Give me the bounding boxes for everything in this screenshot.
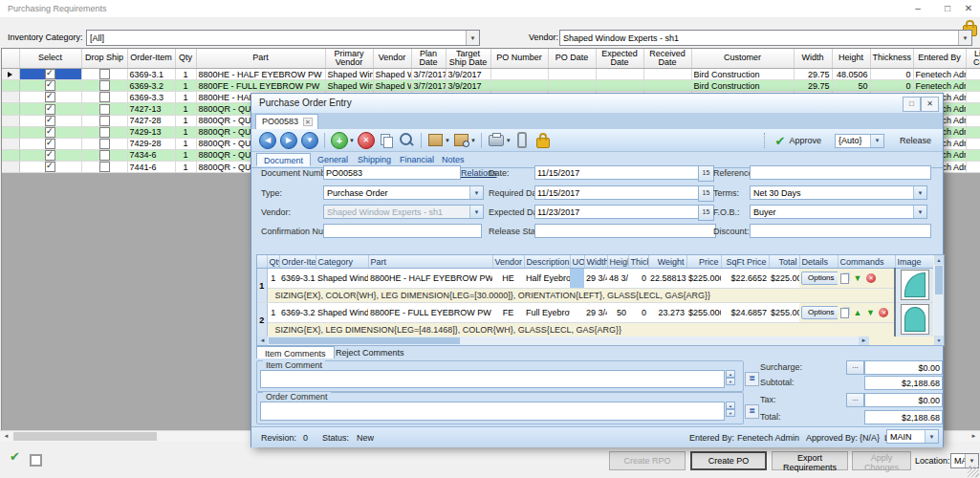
drop-ship-cell[interactable] [81,149,127,161]
select-checkbox[interactable] [45,127,55,138]
qty-cell[interactable]: 1 [175,103,196,115]
primary-vendor-cell[interactable]: Shaped Windo.. [325,69,373,80]
scroll-up-icon[interactable]: ▲ [934,255,944,265]
apply-changes-button[interactable]: Apply Changes [852,451,911,470]
column-header[interactable]: Customer [691,49,794,69]
select-cell[interactable] [19,115,81,126]
select-checkbox[interactable] [45,116,55,126]
total-cell[interactable]: $225.00 [769,269,799,289]
minimize-icon[interactable]: – [905,0,930,17]
column-header[interactable]: Price [686,255,721,269]
po-item-row[interactable]: 1 1 6369-3.1 Shaped Windows 8800HE - HAL… [257,269,933,289]
subtotal-input[interactable] [864,376,943,390]
vendor-part-cell[interactable]: FE [492,303,524,323]
order-comment-tool-icon[interactable]: ≣ [745,404,759,419]
confirmation-number-input[interactable] [323,224,482,238]
print-dropdown-icon[interactable]: ▼ [506,138,512,143]
po-number-cell[interactable] [490,69,548,80]
drop-ship-checkbox[interactable] [99,139,110,149]
move-down-icon[interactable]: ▼ [854,274,862,283]
order-item-cell[interactable]: 6369-3.1 [127,69,175,80]
copy-icon[interactable] [381,134,392,147]
order-item-cell[interactable]: 7427-13 [127,103,175,115]
column-header[interactable]: Qty [175,49,196,69]
scroll-left-icon[interactable]: ◄ [0,431,12,442]
weight-cell[interactable]: 23.273 [648,303,686,323]
column-header[interactable]: Qty [267,255,279,269]
select-checkbox[interactable] [45,69,55,79]
column-header[interactable]: Part [368,255,492,269]
requirement-row[interactable]: 6369-3.1 1 8800HE - HALF EYEBROW PW Shap… [2,69,980,80]
row-selector[interactable] [2,103,19,115]
release-status-input[interactable] [534,224,716,238]
column-header[interactable]: Vendor [373,49,411,69]
height-cell[interactable]: 48.0506 [832,69,870,80]
column-header[interactable]: Height [832,49,870,69]
drop-ship-checkbox[interactable] [99,92,110,102]
price-cell[interactable]: $255.0000 [686,303,721,323]
tax-ellipsis-button[interactable]: ... [846,393,864,407]
terms-select[interactable]: Net 30 Days▼ [750,185,927,200]
qty-cell[interactable]: 1 [175,149,196,161]
line-item-comment-cell[interactable] [966,92,980,103]
tab-close-icon[interactable]: ✕ [303,118,313,126]
row-selector[interactable] [2,69,19,80]
row-selector[interactable] [2,138,19,149]
thickness-cell[interactable]: 0 [628,303,648,323]
drop-ship-checkbox[interactable] [99,127,110,138]
tax-input[interactable] [864,393,943,407]
select-all-icon[interactable]: ✔ [10,449,20,464]
vendor-cell[interactable]: Shaped Win... [373,80,411,92]
select-cell[interactable] [19,126,81,138]
customer-cell[interactable]: Bird Construction [691,80,794,92]
move-down-icon[interactable]: ▼ [866,309,875,317]
height-cell[interactable]: 48 3/64 [607,269,628,289]
drop-ship-checkbox[interactable] [99,162,110,172]
order-item-cell[interactable]: 6369-3.2 [127,80,175,92]
drop-ship-checkbox[interactable] [99,80,110,91]
tab-document[interactable]: Document [256,153,311,166]
plan-date-cell[interactable]: 3/7/2017 [411,69,446,80]
uom-cell[interactable] [570,303,584,323]
column-header[interactable]: Plan Date [411,49,446,69]
drop-ship-cell[interactable] [81,80,127,92]
height-cell[interactable]: 50 [607,303,628,323]
primary-vendor-cell[interactable]: Shaped Windo.. [325,80,373,92]
drop-ship-checkbox[interactable] [99,104,110,115]
select-cell[interactable] [19,149,81,161]
width-cell[interactable]: 29.75 [794,69,832,80]
qty-cell[interactable]: 1 [267,269,279,289]
line-item-comment-cell[interactable] [966,115,980,126]
create-rpo-button[interactable]: Create RPO [609,451,686,470]
drop-ship-cell[interactable] [81,92,127,103]
tab-item-comments[interactable]: Item Comments [256,346,335,358]
create-po-button[interactable]: Create PO [690,451,767,470]
print-icon[interactable] [489,135,504,146]
drop-ship-cell[interactable] [81,162,127,173]
sqft-price-cell[interactable]: $24.6857 [721,303,769,323]
grid-horizontal-scrollbar[interactable]: ◄ ► [257,337,869,345]
drop-ship-cell[interactable] [81,103,127,115]
drop-ship-checkbox[interactable] [99,150,110,161]
item-comment-tool-icon[interactable]: ≣ [745,372,759,386]
order-comment-input[interactable] [260,402,725,421]
surcharge-input[interactable] [864,360,943,375]
item-comment-spinner[interactable]: ▲▼ [726,370,735,385]
scroll-right-icon[interactable]: ► [859,337,869,345]
target-ship-date-cell[interactable]: 3/9/2017 [446,80,490,92]
export-requirements-button[interactable]: Export Requirements [772,451,848,470]
approve-check-icon[interactable]: ✔ [775,134,786,148]
add-item-icon[interactable]: + [331,132,348,149]
qty-cell[interactable]: 1 [175,92,196,103]
qty-cell[interactable]: 1 [175,115,196,126]
select-checkbox[interactable] [45,150,55,161]
sqft-price-cell[interactable]: $22.6652 [721,269,769,289]
received-date-cell[interactable] [643,69,691,80]
target-ship-date-cell[interactable]: 3/9/2017 [446,69,490,80]
price-cell[interactable]: $225.0000 [686,269,721,289]
row-selector[interactable] [2,92,19,103]
tab-financial[interactable]: Financial [393,153,441,166]
select-checkbox[interactable] [45,162,55,172]
row-selector[interactable] [2,80,19,92]
expected-date-cell[interactable] [596,69,643,80]
